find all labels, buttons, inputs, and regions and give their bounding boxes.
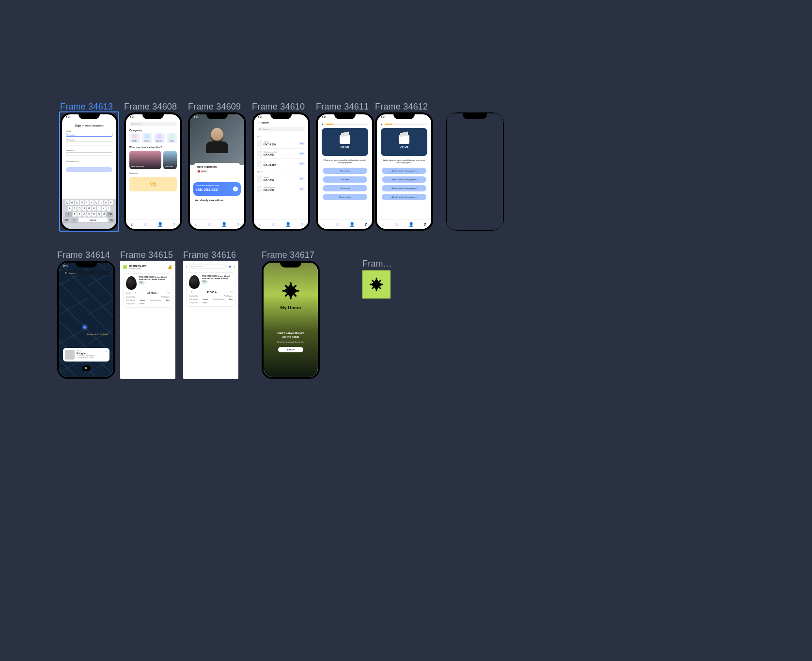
close-button[interactable]: ✕ — [82, 365, 91, 371]
frame-34609[interactable]: 9:41 Friðrik Olgeirsson EFLING Reclaimed… — [188, 112, 246, 231]
history-item[interactable]: Reflective vest shoesISK 6.950paid — [257, 149, 305, 159]
frame-label-34614[interactable]: Frame 34614 — [57, 250, 110, 260]
key-a[interactable]: A — [68, 206, 72, 211]
frame-34616[interactable]: ≡ 🔍 Search for prod… 👤 🛒 PXG 2022 0211 F… — [183, 261, 238, 379]
frame-label-34610[interactable]: Frame 34610 — [252, 102, 305, 112]
back-icon[interactable]: ‹ — [258, 121, 259, 124]
chip-tourism[interactable]: Tourism — [142, 133, 153, 143]
tab-wallet-icon[interactable]: ☺ — [143, 222, 148, 227]
input-email[interactable]: Example.| — [66, 133, 112, 137]
map-search-input[interactable]: 🔍Search… — [63, 270, 109, 275]
tab-home-icon[interactable]: ⌂ — [323, 222, 325, 227]
ios-keyboard[interactable]: QWERTYUIOP ASDFGHJKL ⇧ ZXCVBNM⌫ 123 ☺ sp… — [62, 199, 116, 229]
card-dental[interactable]: Dental servic — [163, 151, 177, 169]
signin-button[interactable] — [66, 167, 112, 172]
heart-icon[interactable]: ♡ — [230, 290, 233, 294]
card-mental-help[interactable]: Mental help services — [129, 151, 161, 169]
quiz-option[interactable]: Two weeks — [323, 185, 367, 191]
quiz-option[interactable]: One month — [323, 168, 367, 174]
frame-app-icon[interactable] — [362, 270, 390, 299]
tab-wallet-icon[interactable]: ☺ — [335, 222, 340, 227]
tab-help-icon[interactable]: ? — [423, 222, 426, 227]
product-card[interactable]: PXG 2022 0211 Fairway Wood Available in … — [186, 272, 235, 307]
cart-icon[interactable]: 🛒 — [233, 266, 235, 268]
back-icon[interactable]: ‹ — [322, 121, 324, 127]
key-go[interactable]: Go — [109, 218, 115, 222]
key-u[interactable]: U — [94, 200, 98, 205]
frame-34612[interactable]: 9:41 ‹ VR VR When does the notice period… — [375, 112, 433, 231]
qty-minus[interactable]: − — [189, 291, 190, 293]
key-x[interactable]: X — [78, 212, 81, 217]
tab-user-icon[interactable]: 👤 — [221, 222, 227, 227]
back-icon[interactable]: ‹ — [381, 121, 383, 127]
org-badge[interactable]: EFLING — [196, 170, 208, 173]
product-card[interactable]: PXG 2022 0211 Fairway Wood Available in … — [123, 273, 172, 308]
key-t[interactable]: T — [85, 200, 89, 205]
key-d[interactable]: D — [78, 206, 81, 211]
tab-wallet-icon[interactable]: ☺ — [394, 222, 399, 227]
key-e[interactable]: E — [75, 200, 79, 205]
frame-label-34608[interactable]: Frame 34608 — [124, 102, 177, 112]
tab-help-icon[interactable]: ? — [364, 222, 367, 227]
tab-home-icon[interactable]: ⌂ — [382, 222, 384, 227]
tab-wallet-icon[interactable]: ☺ — [271, 222, 276, 227]
qty-minus[interactable]: − — [133, 292, 134, 294]
tab-user-icon[interactable]: 👤 — [285, 222, 291, 227]
frame-34614[interactable]: 9:41 🔍Search… Kringlan 4-12, Reykjavík V… — [57, 261, 115, 379]
key-i[interactable]: I — [99, 200, 103, 205]
key-w[interactable]: W — [70, 200, 74, 205]
tab-help-icon[interactable]: ? — [173, 222, 175, 227]
key-s[interactable]: S — [73, 206, 77, 211]
tab-home-icon[interactable]: ⌂ — [195, 222, 197, 227]
tab-wallet-icon[interactable]: ☺ — [207, 222, 212, 227]
menu-icon[interactable]: ≡ — [186, 266, 187, 268]
history-search[interactable]: 🔍Search… — [257, 127, 305, 131]
key-shift[interactable]: ⇧ — [65, 212, 72, 217]
quiz-option[interactable]: After 1 month of employment — [382, 168, 426, 174]
location-card[interactable]: Variant Kringlan 13 stores you can use g… — [63, 348, 109, 362]
frame-empty[interactable] — [446, 112, 504, 231]
quiz-option[interactable]: After 6 month of employment — [382, 185, 426, 191]
user-icon[interactable]: 👤 — [229, 266, 231, 268]
input-kennitala[interactable] — [66, 152, 112, 156]
store-search-input[interactable]: 🔍 Search for prod… — [189, 265, 227, 268]
input-password[interactable] — [66, 142, 112, 145]
search-input[interactable]: 🔍Search… — [129, 122, 177, 126]
tab-home-icon[interactable]: ⌂ — [131, 222, 133, 227]
frame-label-34612[interactable]: Frame 34612 — [375, 102, 428, 112]
history-item[interactable]: Household goodsISK 7.200paid — [257, 184, 305, 194]
key-z[interactable]: Z — [73, 212, 77, 217]
key-b[interactable]: B — [92, 212, 96, 217]
frame-label-34611[interactable]: Frame 34611 — [316, 102, 369, 112]
key-g[interactable]: G — [87, 206, 91, 211]
key-o[interactable]: O — [104, 200, 108, 205]
chip-education[interactable]: Education — [154, 133, 165, 143]
quiz-option[interactable]: After 2 month of employment — [382, 194, 426, 200]
tab-user-icon[interactable]: 👤 — [157, 222, 163, 227]
frame-label-34613[interactable]: Frame 34613 — [60, 102, 113, 112]
key-123[interactable]: 123 — [63, 218, 70, 222]
key-r[interactable]: R — [80, 200, 84, 205]
frame-label-34617[interactable]: Frame 34617 — [262, 250, 314, 260]
chip-health[interactable]: Health — [129, 133, 140, 143]
history-item[interactable]: LilyISK 19.850paid — [257, 159, 305, 169]
reclaimed-card[interactable]: Reclaimed from your union ISK 251.522 › — [193, 182, 241, 196]
quiz-option[interactable]: One week — [323, 176, 367, 183]
frame-34617[interactable]: My Union Don't Leave Moneyon the Table E… — [262, 261, 320, 379]
join-button[interactable]: JOIN US — [278, 347, 303, 352]
tab-user-icon[interactable]: 👤 — [408, 222, 414, 227]
qty-plus[interactable]: + — [138, 292, 139, 294]
frame-label-34616[interactable]: Frame 34616 — [183, 250, 236, 260]
frame-34610[interactable]: 9:41 ‹ History 🔍Search… MAY 21GrillingIS… — [252, 112, 310, 231]
tab-user-icon[interactable]: 👤 — [349, 222, 355, 227]
key-n[interactable]: N — [97, 212, 101, 217]
quiz-option[interactable]: Three months — [323, 194, 367, 200]
frame-34608[interactable]: 9:41 🔍Search… Categories Health Tourism … — [124, 112, 182, 231]
chip-family[interactable]: Family — [167, 133, 177, 143]
key-space[interactable]: space — [78, 218, 108, 222]
discounts-card[interactable]: % — [129, 177, 177, 191]
tab-help-icon[interactable]: ? — [237, 222, 239, 227]
key-j[interactable]: J — [97, 206, 101, 211]
key-q[interactable]: Q — [65, 200, 69, 205]
frame-label-34609[interactable]: Frame 34609 — [188, 102, 241, 112]
